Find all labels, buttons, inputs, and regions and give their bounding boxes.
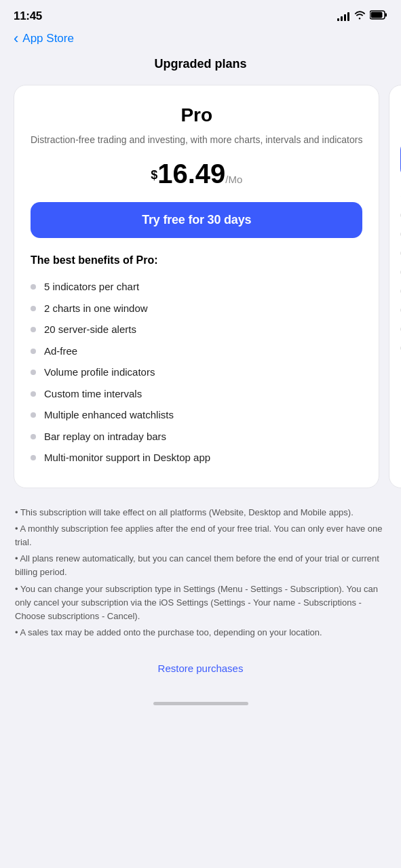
back-button[interactable]: ‹ App Store	[14, 31, 74, 46]
benefits-title: The best benefits of Pro:	[31, 254, 362, 267]
benefit-item: Multi-monitor support in Desktop app	[31, 447, 362, 469]
benefit-item: Ad-free	[31, 340, 362, 362]
bullet-icon	[31, 284, 36, 290]
status-bar: 11:45	[0, 0, 401, 28]
pro-plan-card: Pro Distraction-free trading and investi…	[14, 85, 379, 488]
page-title: Upgraded plans	[154, 57, 246, 71]
plan-name: Pro	[31, 104, 362, 126]
home-indicator	[0, 695, 401, 716]
benefit-text: 5 indicators per chart	[44, 280, 139, 294]
benefit-text: 2 charts in one window	[44, 302, 148, 315]
plan-price: $16.49/Mo	[31, 160, 362, 187]
benefit-text: 20 server-side alerts	[44, 323, 136, 336]
footer-line-4: • You can change your subscription type …	[15, 583, 386, 623]
svg-rect-1	[385, 14, 387, 17]
footer-line-1: • This subscription will take effect on …	[15, 506, 386, 519]
status-time: 11:45	[14, 9, 42, 23]
home-bar	[153, 702, 248, 705]
footer-disclaimer: • This subscription will take effect on …	[0, 499, 401, 656]
bullet-icon	[31, 349, 36, 354]
battery-icon	[370, 10, 387, 22]
benefit-text: Multiple enhanced watchlists	[44, 408, 174, 422]
benefit-item: 2 charts in one window	[31, 298, 362, 319]
wifi-icon	[354, 10, 366, 22]
price-period: /Mo	[225, 174, 242, 185]
try-free-button[interactable]: Try free for 30 days	[31, 202, 362, 238]
status-icons	[337, 10, 387, 22]
plan-description: Distraction-free trading and investing, …	[31, 133, 362, 146]
bullet-icon	[31, 327, 36, 332]
restore-purchases-button[interactable]: Restore purchases	[158, 663, 244, 674]
plans-scroll-area: Pro Distraction-free trading and investi…	[0, 78, 401, 499]
signal-icon	[337, 12, 349, 21]
footer-line-5: • A sales tax may be added onto the purc…	[15, 626, 386, 639]
price-amount: 16.49	[157, 159, 225, 189]
benefits-list: 5 indicators per chart 2 charts in one w…	[31, 276, 362, 469]
svg-rect-2	[371, 12, 383, 18]
benefit-item: 5 indicators per chart	[31, 276, 362, 298]
benefit-text: Bar replay on intraday bars	[44, 430, 166, 443]
bullet-icon	[31, 306, 36, 311]
bullet-icon	[31, 412, 36, 418]
nav-bar: Upgraded plans	[0, 52, 401, 78]
benefit-item: Volume profile indicators	[31, 361, 362, 383]
benefit-item: Bar replay on intraday bars	[31, 426, 362, 448]
benefit-item: Multiple enhanced watchlists	[31, 404, 362, 426]
bullet-icon	[31, 455, 36, 460]
back-chevron-icon: ‹	[14, 31, 18, 46]
price-dollar-sign: $	[151, 168, 157, 182]
bullet-icon	[31, 434, 36, 439]
benefit-text: Volume profile indicators	[44, 366, 155, 379]
footer-line-2: • A monthly subscription fee applies aft…	[15, 522, 386, 549]
app-store-nav: ‹ App Store	[0, 28, 401, 52]
restore-area: Restore purchases	[0, 656, 401, 695]
bullet-icon	[31, 370, 36, 375]
bullet-icon	[31, 391, 36, 397]
benefit-text: Multi-monitor support in Desktop app	[44, 451, 210, 465]
benefit-text: Custom time intervals	[44, 387, 142, 401]
benefit-item: 20 server-side alerts	[31, 319, 362, 340]
next-plan-card-partial: Intr lo All th 10 4 10 10 In	[389, 85, 401, 488]
benefit-text: Ad-free	[44, 344, 77, 358]
app-store-label: App Store	[22, 32, 74, 45]
footer-line-3: • All plans renew automatically, but you…	[15, 552, 386, 579]
benefit-item: Custom time intervals	[31, 383, 362, 405]
